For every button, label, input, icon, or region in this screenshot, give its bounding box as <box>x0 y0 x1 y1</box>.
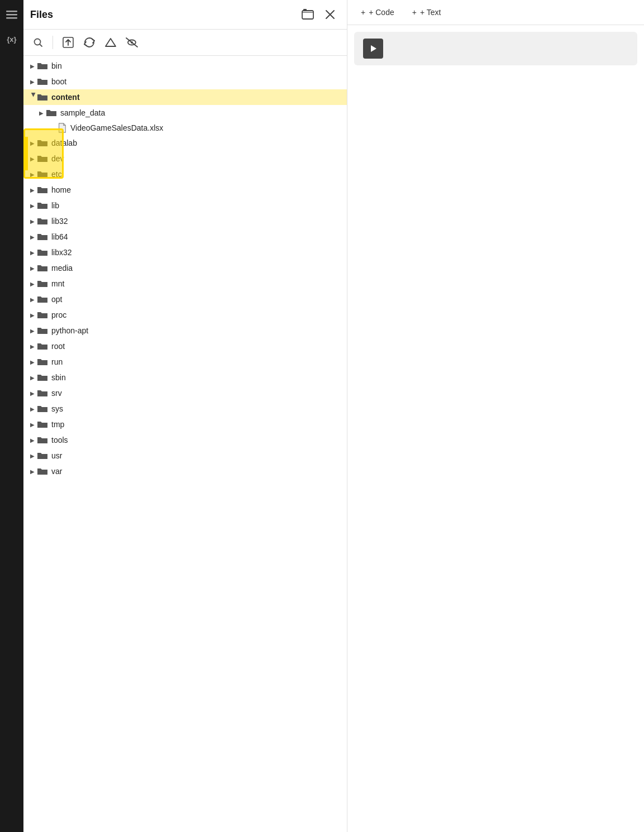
folder-icon <box>37 169 48 180</box>
files-toolbar <box>23 30 347 56</box>
files-panel: Files <box>23 0 347 832</box>
folder-icon <box>37 137 48 149</box>
run-cell-area <box>354 32 637 65</box>
svg-marker-12 <box>371 45 376 52</box>
chevron-down-icon: ▶ <box>28 93 37 102</box>
tree-item-proc[interactable]: ▶ proc <box>23 307 347 323</box>
tree-item-media[interactable]: ▶ media <box>23 260 347 276</box>
delta-button[interactable] <box>102 34 119 51</box>
chevron-right-icon: ▶ <box>28 201 37 210</box>
toolbar-divider <box>53 36 53 49</box>
folder-icon <box>37 419 48 430</box>
item-name-lib64: lib64 <box>51 232 68 241</box>
files-header-left: Files <box>30 9 53 21</box>
tree-item-srv[interactable]: ▶ srv <box>23 385 347 401</box>
item-name-proc: proc <box>51 310 66 319</box>
item-name-lib32: lib32 <box>51 217 68 226</box>
item-name-tools: tools <box>51 436 68 444</box>
tree-item-usr[interactable]: ▶ usr <box>23 448 347 463</box>
folder-icon <box>37 247 48 258</box>
chevron-right-icon: ▶ <box>28 279 37 288</box>
run-button[interactable] <box>363 39 383 59</box>
item-name-run: run <box>51 357 63 366</box>
chevron-right-icon: ▶ <box>28 264 37 272</box>
item-name-libx32: libx32 <box>51 248 72 257</box>
hide-button[interactable] <box>123 34 140 51</box>
files-title: Files <box>30 9 53 21</box>
item-name-sys: sys <box>51 404 63 413</box>
tree-item-content[interactable]: ▶ content <box>23 89 347 105</box>
tree-item-boot[interactable]: ▶ boot <box>23 74 347 89</box>
plus-icon: + <box>412 8 417 17</box>
tree-item-lib[interactable]: ▶ lib <box>23 198 347 213</box>
upload-button[interactable] <box>60 34 77 51</box>
tree-item-sys[interactable]: ▶ sys <box>23 401 347 417</box>
item-name-mnt: mnt <box>51 279 64 288</box>
tree-item-libx32[interactable]: ▶ libx32 <box>23 245 347 260</box>
folder-icon <box>37 450 48 461</box>
tree-item-etc[interactable]: ▶ etc <box>23 166 347 182</box>
add-code-button[interactable]: + + Code <box>356 6 399 19</box>
chevron-right-icon: ▶ <box>28 77 37 86</box>
tree-item-datalab[interactable]: ▶ datalab <box>23 135 347 151</box>
tree-item-dev[interactable]: ▶ dev <box>23 151 347 166</box>
right-toolbar: + + Code + + Text <box>347 0 644 25</box>
tree-item-run[interactable]: ▶ run <box>23 354 347 370</box>
file-icon <box>57 123 67 133</box>
variable-icon[interactable]: {x} <box>4 31 20 47</box>
chevron-right-icon: ▶ <box>28 404 37 413</box>
item-name-home: home <box>51 185 71 194</box>
svg-rect-4 <box>303 9 307 11</box>
tree-item-mnt[interactable]: ▶ mnt <box>23 276 347 291</box>
chevron-right-icon: ▶ <box>28 170 37 179</box>
tree-item-home[interactable]: ▶ home <box>23 182 347 198</box>
chevron-right-icon: ▶ <box>28 373 37 382</box>
item-name-etc: etc <box>51 170 62 179</box>
tree-item-lib32[interactable]: ▶ lib32 <box>23 213 347 229</box>
tree-item-tmp[interactable]: ▶ tmp <box>23 417 347 432</box>
menu-icon[interactable] <box>4 7 20 22</box>
tree-item-var[interactable]: ▶ var <box>23 463 347 479</box>
folder-icon-open <box>37 92 48 103</box>
folder-icon <box>37 325 48 336</box>
chevron-right-icon: ▶ <box>28 138 37 147</box>
refresh-button[interactable] <box>81 34 98 51</box>
tree-item-python-apt[interactable]: ▶ python-apt <box>23 323 347 338</box>
chevron-right-icon: ▶ <box>28 217 37 226</box>
item-name-tmp: tmp <box>51 420 64 429</box>
chevron-right-icon: ▶ <box>28 436 37 444</box>
search-button[interactable] <box>30 35 46 50</box>
tree-item-sample-data[interactable]: ▶ sample_data <box>23 105 347 121</box>
folder-icon <box>37 216 48 227</box>
item-name-root: root <box>51 342 65 351</box>
tree-item-opt[interactable]: ▶ opt <box>23 291 347 307</box>
right-panel: + + Code + + Text <box>347 0 644 832</box>
chevron-right-icon: ▶ <box>28 154 37 163</box>
item-name-dev: dev <box>51 154 64 163</box>
chevron-right-icon: ▶ <box>28 310 37 319</box>
tree-item-videogame-xlsx[interactable]: ▶ VideoGameSalesData.xlsx <box>23 121 347 135</box>
tree-item-tools[interactable]: ▶ tools <box>23 432 347 448</box>
close-button[interactable] <box>322 7 338 22</box>
folder-icon <box>46 107 57 118</box>
folder-icon <box>37 262 48 274</box>
new-folder-button[interactable] <box>300 7 316 22</box>
add-text-button[interactable]: + + Text <box>408 6 446 19</box>
folder-icon <box>37 200 48 211</box>
svg-rect-3 <box>302 11 313 19</box>
folder-icon <box>37 184 48 195</box>
folder-icon <box>37 231 48 242</box>
chevron-right-icon: ▶ <box>28 420 37 429</box>
tree-item-sbin[interactable]: ▶ sbin <box>23 370 347 385</box>
svg-rect-2 <box>6 17 17 19</box>
chevron-right-icon: ▶ <box>28 342 37 351</box>
tree-item-root[interactable]: ▶ root <box>23 338 347 354</box>
folder-icon <box>37 403 48 414</box>
tree-item-bin[interactable]: ▶ bin <box>23 58 347 74</box>
add-code-label: + Code <box>369 8 394 17</box>
tree-item-lib64[interactable]: ▶ lib64 <box>23 229 347 245</box>
left-sidebar: {x} <box>0 0 23 832</box>
chevron-right-icon: ▶ <box>28 326 37 335</box>
item-name-srv: srv <box>51 389 62 398</box>
chevron-right-icon: ▶ <box>28 185 37 194</box>
